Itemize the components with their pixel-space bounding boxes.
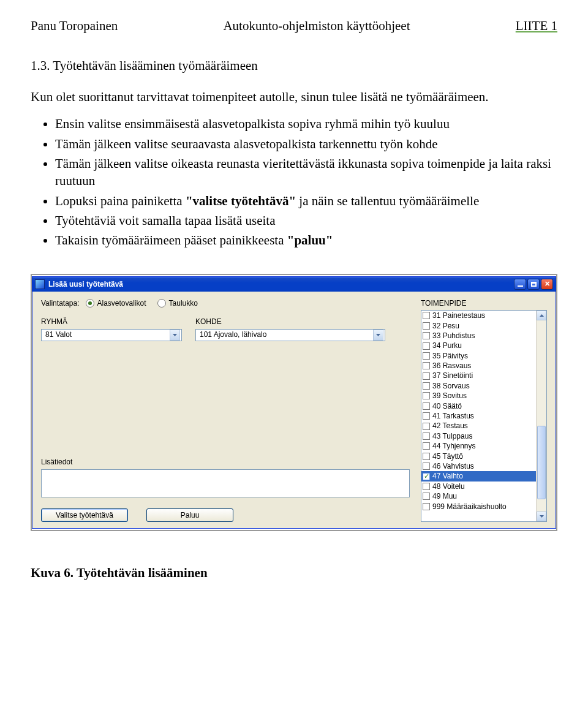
svg-marker-2 bbox=[540, 314, 544, 317]
list-item[interactable]: ✓47 Vaihto bbox=[421, 471, 536, 481]
list-item[interactable]: 35 Päivitys bbox=[421, 351, 536, 361]
scroll-up-icon[interactable] bbox=[537, 311, 546, 320]
header-center: Autokunto-ohjelmiston käyttöohjeet bbox=[223, 18, 410, 34]
list-item: Tämän jälkeen valitse oikeasta reunasta … bbox=[55, 155, 557, 190]
checkbox-icon[interactable] bbox=[423, 332, 430, 339]
list-item[interactable]: 37 Sinetöinti bbox=[421, 371, 536, 380]
toimenpide-label: TOIMENPIDE bbox=[421, 299, 547, 308]
checkbox-icon[interactable] bbox=[423, 453, 430, 460]
ryhma-value: 81 Valot bbox=[45, 330, 72, 339]
checkbox-icon[interactable] bbox=[423, 463, 430, 470]
list-item[interactable]: 32 Pesu bbox=[421, 321, 536, 331]
list-item-label: 37 Sinetöinti bbox=[432, 371, 473, 380]
kohde-select[interactable]: 101 Ajovalo, lähivalo bbox=[195, 329, 385, 341]
checkbox-icon[interactable] bbox=[423, 312, 430, 319]
list-item-label: 33 Puhdistus bbox=[432, 331, 475, 340]
checkbox-icon[interactable] bbox=[423, 382, 430, 390]
list-item[interactable]: 41 Tarkastus bbox=[421, 411, 536, 421]
list-item-label: 44 Tyhjennys bbox=[432, 442, 476, 450]
list-item[interactable]: 46 Vahvistus bbox=[421, 461, 536, 471]
list-item[interactable]: 45 Täyttö bbox=[421, 451, 536, 461]
titlebar: Lisää uusi työtehtävä ✕ bbox=[32, 277, 556, 292]
checkbox-icon[interactable] bbox=[423, 493, 430, 500]
list-item[interactable]: 39 Sovitus bbox=[421, 391, 536, 401]
list-item: Takaisin työmääräimeen pääset painikkees… bbox=[55, 232, 557, 249]
checkbox-icon[interactable] bbox=[423, 352, 430, 360]
checkbox-icon[interactable]: ✓ bbox=[423, 473, 430, 480]
list-item[interactable]: 49 Muu bbox=[421, 491, 536, 501]
kohde-value: 101 Ajovalo, lähivalo bbox=[200, 330, 266, 339]
list-item-label: 43 Tulppaus bbox=[432, 432, 472, 440]
list-item[interactable]: 43 Tulppaus bbox=[421, 431, 536, 441]
list-item-label: 41 Tarkastus bbox=[432, 412, 474, 420]
doc-header: Panu Toropainen Autokunto-ohjelmiston kä… bbox=[31, 18, 557, 34]
checkbox-icon[interactable] bbox=[423, 402, 430, 410]
svg-marker-0 bbox=[173, 334, 177, 336]
list-item[interactable]: 36 Rasvaus bbox=[421, 361, 536, 371]
toimenpide-listbox[interactable]: 31 Painetestaus32 Pesu33 Puhdistus34 Pur… bbox=[421, 310, 547, 522]
intro-paragraph: Kun olet suorittanut tarvittavat toimenp… bbox=[31, 88, 557, 105]
radio-icon bbox=[157, 299, 166, 308]
list-item-label: 40 Säätö bbox=[432, 402, 462, 410]
list-item[interactable]: 38 Sorvaus bbox=[421, 381, 536, 391]
checkbox-icon[interactable] bbox=[423, 392, 430, 399]
checkbox-icon[interactable] bbox=[423, 372, 430, 380]
header-left: Panu Toropainen bbox=[31, 18, 118, 34]
radio-icon bbox=[86, 299, 94, 308]
chevron-down-icon bbox=[170, 330, 180, 341]
list-item-label: 48 Voitelu bbox=[432, 482, 465, 491]
checkbox-icon[interactable] bbox=[423, 503, 430, 510]
checkbox-icon[interactable] bbox=[423, 342, 430, 350]
list-item-label: 45 Täyttö bbox=[432, 452, 463, 461]
list-item-label: 47 Vaihto bbox=[432, 472, 463, 480]
window-title: Lisää uusi työtehtävä bbox=[48, 280, 514, 289]
scrollbar[interactable] bbox=[536, 311, 546, 521]
figure-caption: Kuva 6. Työtehtävän lisääminen bbox=[31, 565, 557, 581]
ryhma-select[interactable]: 81 Valot bbox=[41, 329, 182, 341]
valintatapa-label: Valintatapa: bbox=[41, 299, 80, 308]
radio-alasvetovalikot[interactable]: Alasvetovalikot bbox=[86, 299, 146, 308]
list-item-label: 46 Vahvistus bbox=[432, 462, 474, 470]
list-item-label: 38 Sorvaus bbox=[432, 382, 470, 390]
svg-marker-3 bbox=[540, 515, 544, 518]
checkbox-icon[interactable] bbox=[423, 483, 430, 490]
checkbox-icon[interactable] bbox=[423, 432, 430, 440]
app-icon bbox=[35, 279, 45, 289]
paluu-button[interactable]: Paluu bbox=[146, 508, 233, 522]
radio-taulukko[interactable]: Taulukko bbox=[157, 299, 198, 308]
list-item[interactable]: 34 Purku bbox=[421, 341, 536, 350]
list-item[interactable]: 999 Määräaikaishuolto bbox=[421, 502, 536, 512]
checkbox-icon[interactable] bbox=[423, 322, 430, 330]
list-item-label: 49 Muu bbox=[432, 492, 457, 500]
list-item-label: 32 Pesu bbox=[432, 322, 459, 330]
section-heading: 1.3. Työtehtävän lisääminen työmääräimee… bbox=[31, 58, 557, 74]
lisatiedot-field[interactable] bbox=[41, 469, 410, 497]
valintatapa-row: Valintatapa: Alasvetovalikot Taulukko bbox=[41, 299, 410, 308]
list-item-label: 31 Painetestaus bbox=[432, 311, 485, 320]
scroll-down-icon[interactable] bbox=[537, 512, 546, 521]
list-item: Työtehtäviä voit samalla tapaa lisätä us… bbox=[55, 212, 557, 229]
maximize-button[interactable] bbox=[527, 279, 540, 290]
ryhma-label: RYHMÄ bbox=[41, 317, 182, 326]
checkbox-icon[interactable] bbox=[423, 412, 430, 420]
list-item-label: 39 Sovitus bbox=[432, 391, 467, 400]
minimize-button[interactable] bbox=[514, 279, 526, 290]
list-item[interactable]: 33 Puhdistus bbox=[421, 331, 536, 341]
list-item[interactable]: 31 Painetestaus bbox=[421, 311, 536, 320]
list-item-label: 35 Päivitys bbox=[432, 352, 468, 360]
chevron-down-icon bbox=[373, 330, 383, 341]
list-item[interactable]: 44 Tyhjennys bbox=[421, 441, 536, 451]
list-item-label: 34 Purku bbox=[432, 341, 462, 350]
list-item[interactable]: 42 Testaus bbox=[421, 421, 536, 431]
close-button[interactable]: ✕ bbox=[541, 279, 553, 290]
scrollbar-thumb[interactable] bbox=[537, 426, 546, 500]
list-item-label: 42 Testaus bbox=[432, 421, 468, 430]
checkbox-icon[interactable] bbox=[423, 423, 430, 430]
list-item[interactable]: 40 Säätö bbox=[421, 401, 536, 411]
list-item-label: 999 Määräaikaishuolto bbox=[432, 502, 507, 511]
valitse-tyotehtava-button[interactable]: Valitse työtehtävä bbox=[41, 508, 128, 522]
checkbox-icon[interactable] bbox=[423, 442, 430, 450]
list-item[interactable]: 48 Voitelu bbox=[421, 482, 536, 491]
dialog-window: Lisää uusi työtehtävä ✕ Valintatapa: Ala… bbox=[32, 276, 556, 529]
checkbox-icon[interactable] bbox=[423, 362, 430, 369]
